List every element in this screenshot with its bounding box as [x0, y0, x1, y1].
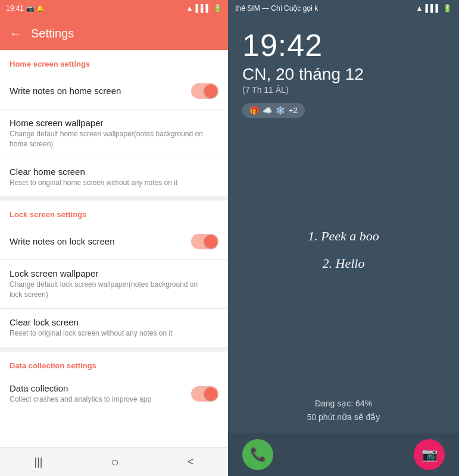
lock-notes: 1. Peek a boo 2. Hello	[228, 124, 459, 387]
setting-subtitle-home-wallpaper: Change default home screen wallpaper(not…	[10, 129, 211, 149]
lock-battery-info: Đang sạc: 64% 50 phút nữa sẽ đầy	[228, 387, 459, 433]
setting-text-data-collection: Data collection Collect crashes and anal…	[10, 383, 191, 405]
status-time: 19:41	[6, 4, 24, 12]
setting-text-write-notes-home: Write notes on home screen	[10, 86, 191, 97]
setting-title-write-notes-lock: Write notes on lock screen	[10, 236, 184, 246]
lock-screen-panel: thẻ SIM — Chỉ Cuộc gọi k ▲ ▌▌▌ 🔋 19:42 C…	[228, 0, 459, 476]
setting-text-home-wallpaper: Home screen wallpaper Change default hom…	[10, 118, 218, 149]
toggle-write-notes-home[interactable]	[191, 83, 218, 99]
lock-note-2: 2. Hello	[323, 256, 365, 271]
setting-subtitle-lock-wallpaper: Change default lock screen wallpaper(not…	[10, 280, 211, 300]
lock-status-right: ▲ ▌▌▌ 🔋	[416, 4, 452, 12]
setting-item-clear-lock[interactable]: Clear lock screen Reset to original lock…	[0, 309, 228, 347]
lock-phone-button[interactable]: 📞	[242, 439, 273, 470]
section-divider-2	[0, 347, 228, 352]
lock-wifi-icon: ▲	[416, 4, 423, 12]
setting-subtitle-data-collection: Collect crashes and analytics to improve…	[10, 394, 184, 405]
lock-actions: 📞 📷	[228, 433, 459, 476]
weather-extra: +2	[289, 106, 298, 115]
nav-back-button[interactable]: <	[188, 456, 194, 468]
status-icons: 📷 🔔	[26, 5, 45, 12]
signal-icon: ▌▌▌	[195, 4, 211, 12]
toolbar: ← Settings	[0, 17, 228, 50]
toggle-thumb	[204, 84, 217, 98]
setting-item-lock-wallpaper[interactable]: Lock screen wallpaper Change default loc…	[0, 260, 228, 308]
lock-status-bar: thẻ SIM — Chỉ Cuộc gọi k ▲ ▌▌▌ 🔋	[228, 0, 459, 17]
lock-lunar: (7 Th 11 ÂL)	[242, 85, 445, 95]
setting-item-clear-home[interactable]: Clear home screen Reset to original home…	[0, 158, 228, 196]
setting-item-home-wallpaper[interactable]: Home screen wallpaper Change default hom…	[0, 109, 228, 158]
toggle-data-collection[interactable]	[191, 386, 218, 402]
section-header-data: Data collection settings	[0, 352, 228, 375]
setting-title-home-wallpaper: Home screen wallpaper	[10, 118, 211, 128]
nav-recent-button[interactable]: |||	[35, 456, 43, 468]
weather-icon-cloud: ☁️	[263, 106, 272, 115]
settings-panel: 19:41 📷 🔔 ▲ ▌▌▌ 🔋 ← Settings Home screen…	[0, 0, 228, 476]
lock-battery-line2: 50 phút nữa sẽ đầy	[242, 411, 445, 424]
lock-signal-icon: ▌▌▌	[425, 4, 441, 12]
toolbar-title: Settings	[31, 27, 74, 40]
setting-item-data-collection[interactable]: Data collection Collect crashes and anal…	[0, 375, 228, 413]
nav-bar: ||| ○ <	[0, 447, 228, 476]
setting-title-data-collection: Data collection	[10, 383, 184, 393]
status-bar-left: 19:41 📷 🔔	[6, 4, 45, 12]
battery-icon: 🔋	[213, 4, 222, 12]
setting-title-clear-lock: Clear lock screen	[10, 317, 211, 327]
setting-title-clear-home: Clear home screen	[10, 167, 211, 177]
nav-home-button[interactable]: ○	[111, 455, 119, 470]
lock-note-1: 1. Peek a boo	[308, 228, 379, 244]
weather-pill: 🎁 ☁️ ❄️ +2	[242, 103, 305, 118]
section-header-home: Home screen settings	[0, 50, 228, 73]
status-bar-right: ▲ ▌▌▌ 🔋	[186, 4, 222, 12]
weather-icon-gift: 🎁	[249, 106, 259, 115]
setting-subtitle-clear-lock: Reset to original lock screen without an…	[10, 328, 211, 339]
setting-text-write-notes-lock: Write notes on lock screen	[10, 236, 191, 248]
toggle-thumb-data	[204, 387, 217, 400]
phone-icon: 📞	[250, 447, 266, 462]
weather-bar: 🎁 ☁️ ❄️ +2	[228, 97, 459, 124]
setting-text-clear-home: Clear home screen Reset to original home…	[10, 167, 218, 188]
setting-title-lock-wallpaper: Lock screen wallpaper	[10, 268, 211, 278]
lock-clock: 19:42 CN, 20 tháng 12 (7 Th 11 ÂL)	[228, 17, 459, 97]
setting-item-write-notes-home[interactable]: Write notes on home screen	[0, 73, 228, 109]
lock-battery-line1: Đang sạc: 64%	[242, 397, 445, 410]
setting-item-write-notes-lock[interactable]: Write notes on lock screen	[0, 224, 228, 259]
lock-time: 19:42	[242, 29, 445, 62]
lock-camera-button[interactable]: 📷	[414, 439, 445, 470]
toggle-write-notes-lock[interactable]	[191, 234, 218, 249]
setting-title-write-notes-home: Write notes on home screen	[10, 86, 184, 96]
section-divider	[0, 196, 228, 201]
lock-battery-icon: 🔋	[443, 4, 452, 12]
setting-text-lock-wallpaper: Lock screen wallpaper Change default loc…	[10, 268, 218, 300]
section-header-lock: Lock screen settings	[0, 201, 228, 224]
camera-icon: 📷	[421, 447, 438, 462]
settings-content: Home screen settings Write notes on home…	[0, 50, 228, 447]
lock-date: CN, 20 tháng 12	[242, 65, 445, 84]
setting-subtitle-clear-home: Reset to original home screen without an…	[10, 178, 211, 188]
back-button[interactable]: ←	[10, 27, 21, 40]
lock-sim-text: thẻ SIM — Chỉ Cuộc gọi k	[235, 4, 318, 12]
status-bar: 19:41 📷 🔔 ▲ ▌▌▌ 🔋	[0, 0, 228, 17]
setting-text-clear-lock: Clear lock screen Reset to original lock…	[10, 317, 218, 339]
weather-icon-snow: ❄️	[276, 106, 285, 115]
wifi-icon: ▲	[186, 4, 193, 12]
